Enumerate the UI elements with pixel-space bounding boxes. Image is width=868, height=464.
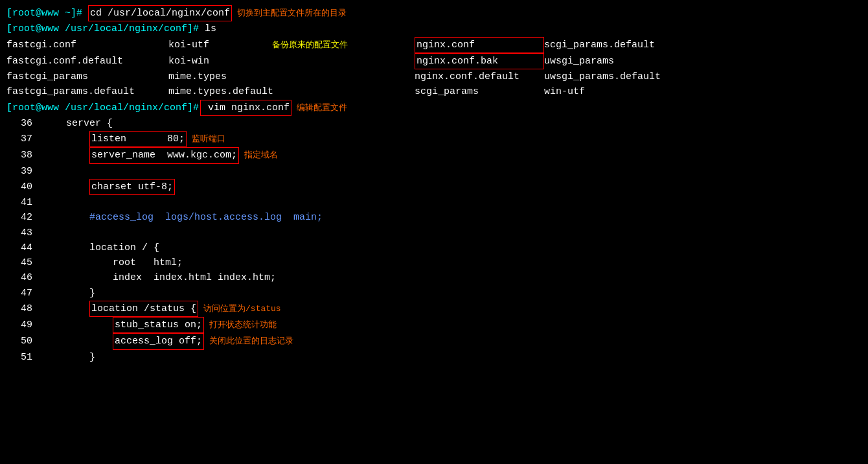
cmd-ls: [root@www /usr/local/nginx/conf]# ls — [6, 21, 862, 36]
annotation-38: 指定域名 — [244, 149, 278, 162]
lineno-51: 51 — [6, 350, 32, 365]
file-fastcgi-params: fastcgi_params — [6, 69, 168, 84]
indent-37 — [43, 132, 89, 146]
file-row-4: fastcgi_params.default mime.types.defaul… — [6, 84, 862, 99]
code-line-41: 41 — [6, 195, 862, 210]
prompt-1: [root@www ~]# — [6, 6, 88, 21]
lineno-39: 39 — [6, 164, 32, 179]
prompt-3: [root@www /usr/local/nginx/conf]# — [6, 100, 199, 115]
code-line-39: 39 — [6, 164, 862, 179]
lineno-42: 42 — [6, 210, 32, 225]
code-line-36: 36 server { — [6, 116, 862, 131]
code-line-46: 46 index index.html index.htm; — [6, 270, 862, 285]
code-line-50: 50 access_log off; 关闭此位置的日志记录 — [6, 333, 862, 349]
file-nginx-conf: nginx.conf — [415, 37, 544, 53]
lineno-46: 46 — [6, 270, 32, 285]
annotation-49: 打开状态统计功能 — [209, 319, 277, 332]
indent-48 — [43, 301, 89, 316]
file-uwsgi-params: uwsgi_params — [544, 54, 674, 69]
terminal: [root@www ~]# cd /usr/local/nginx/conf 切… — [0, 0, 868, 370]
lineno-50: 50 — [6, 334, 32, 349]
annotation-50: 关闭此位置的日志记录 — [209, 335, 293, 348]
file-row-2: fastcgi.conf.default koi-win nginx.conf.… — [6, 53, 862, 69]
code-50: access_log off; — [113, 333, 204, 349]
code-line-47: 47 } — [6, 286, 862, 301]
code-line-44: 44 location / { — [6, 240, 862, 255]
file-scgi-params: scgi_params — [415, 84, 544, 99]
cmd-cd-text: cd /usr/local/nginx/conf — [88, 5, 232, 21]
code-36: server { — [43, 116, 113, 131]
code-48: location /status { — [89, 301, 198, 317]
file-row-1: fastcgi.conf koi-utf 备份原来的配置文件 nginx.con… — [6, 37, 862, 53]
code-38: server_name www.kgc.com; — [89, 147, 239, 163]
indent-38 — [43, 148, 89, 163]
lineno-40: 40 — [6, 180, 32, 194]
file-row-3: fastcgi_params mime.types nginx.conf.def… — [6, 69, 862, 84]
file-uwsgi-params-default: uwsgi_params.default — [544, 69, 674, 84]
lineno-43: 43 — [6, 226, 32, 240]
file-mime-types-default: mime.types.default — [168, 84, 272, 99]
file-win-utf: win-utf — [544, 84, 674, 99]
code-45: root html; — [43, 255, 183, 270]
file-nginx-conf-bak: nginx.conf.bak — [415, 53, 544, 69]
file-koi-utf: koi-utf — [168, 38, 272, 52]
lineno-41: 41 — [6, 195, 32, 210]
code-line-45: 45 root html; — [6, 255, 862, 270]
code-47: } — [43, 286, 95, 301]
code-42: #access_log logs/host.access.log main; — [43, 210, 323, 225]
code-line-37: 37 listen 80; 监听端口 — [6, 131, 862, 147]
lineno-49: 49 — [6, 318, 32, 332]
code-line-38: 38 server_name www.kgc.com; 指定域名 — [6, 147, 862, 163]
indent-50 — [43, 334, 113, 349]
lineno-36: 36 — [6, 116, 32, 131]
file-mime-types: mime.types — [168, 69, 272, 84]
file-fastcgi-conf-default: fastcgi.conf.default — [6, 54, 168, 69]
indent-40 — [43, 180, 89, 194]
file-fastcgi-params-default: fastcgi_params.default — [6, 84, 168, 99]
lineno-48: 48 — [6, 301, 32, 316]
lineno-47: 47 — [6, 286, 32, 301]
code-40: charset utf-8; — [89, 179, 175, 195]
code-37: listen 80; — [89, 131, 187, 147]
annotation-cd: 切换到主配置文件所在的目录 — [237, 7, 347, 20]
code-line-40: 40 charset utf-8; — [6, 179, 862, 195]
lineno-37: 37 — [6, 132, 32, 146]
annotation-backup: 备份原来的配置文件 — [272, 39, 415, 52]
prompt-2: [root@www /usr/local/nginx/conf]# — [6, 21, 199, 36]
code-line-49: 49 stub_status on; 打开状态统计功能 — [6, 317, 862, 333]
file-koi-win: koi-win — [168, 54, 272, 69]
annotation-vim: 编辑配置文件 — [297, 102, 347, 115]
annotation-37: 监听端口 — [192, 133, 225, 146]
cmd-cd: [root@www ~]# cd /usr/local/nginx/conf 切… — [6, 5, 862, 21]
file-fastcgi-conf: fastcgi.conf — [6, 38, 168, 52]
code-51: } — [43, 350, 95, 365]
lineno-45: 45 — [6, 255, 32, 270]
code-line-43: 43 — [6, 226, 862, 240]
lineno-38: 38 — [6, 148, 32, 163]
annotation-48: 访问位置为/status — [203, 303, 281, 316]
cmd-vim-text: vim nginx.conf — [200, 100, 291, 116]
code-44: location / { — [43, 240, 159, 255]
code-46: index index.html index.htm; — [43, 270, 276, 285]
code-line-48: 48 location /status { 访问位置为/status — [6, 301, 862, 317]
cmd-ls-text: ls — [199, 21, 216, 36]
code-line-42: 42 #access_log logs/host.access.log main… — [6, 210, 862, 225]
code-line-51: 51 } — [6, 350, 862, 365]
cmd-vim: [root@www /usr/local/nginx/conf]# vim ng… — [6, 100, 862, 116]
code-49: stub_status on; — [113, 317, 204, 333]
indent-49 — [43, 318, 113, 332]
file-nginx-conf-default: nginx.conf.default — [415, 69, 544, 84]
file-scgi-default: scgi_params.default — [544, 38, 674, 52]
lineno-44: 44 — [6, 240, 32, 255]
